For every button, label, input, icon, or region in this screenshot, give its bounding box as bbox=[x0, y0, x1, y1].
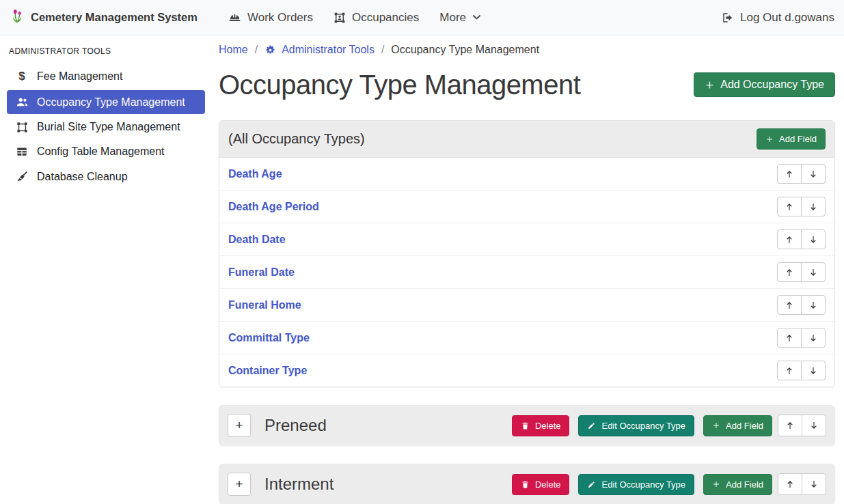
section-actions: DeleteEdit Occupancy TypeAdd Field bbox=[512, 474, 772, 495]
arrow-down-icon bbox=[808, 169, 818, 179]
breadcrumb-current: Occupancy Type Management bbox=[391, 44, 539, 56]
arrow-down-icon bbox=[808, 300, 818, 310]
logout-label: Log Out d.gowans bbox=[740, 11, 834, 25]
sidebar-item-fee-management[interactable]: $Fee Management bbox=[7, 64, 205, 89]
arrow-up-icon bbox=[785, 479, 795, 489]
nav-item-work-orders[interactable]: Work Orders bbox=[228, 11, 313, 25]
field-link-death-age[interactable]: Death Age bbox=[228, 168, 282, 180]
brand[interactable]: Cemetery Management System bbox=[10, 8, 198, 27]
reorder-button-group bbox=[777, 262, 826, 282]
arrow-up-icon bbox=[785, 333, 794, 343]
page-title: Occupancy Type Management bbox=[219, 67, 580, 102]
move-down-button[interactable] bbox=[801, 295, 826, 315]
delete-button[interactable]: Delete bbox=[512, 474, 570, 495]
panel-header: (All Occupancy Types) Add Field bbox=[219, 121, 834, 158]
arrow-up-icon bbox=[785, 300, 794, 310]
plus-icon bbox=[705, 80, 715, 90]
occupancy-type-section-preneed: +PreneedDeleteEdit Occupancy TypeAdd Fie… bbox=[219, 405, 835, 446]
breadcrumb-separator: / bbox=[255, 44, 258, 56]
breadcrumb-home-link[interactable]: Home bbox=[219, 44, 248, 56]
move-down-button[interactable] bbox=[801, 197, 826, 216]
add-occupancy-type-button[interactable]: Add Occupancy Type bbox=[694, 72, 835, 97]
edit-occupancy-type-button[interactable]: Edit Occupancy Type bbox=[578, 415, 694, 436]
add-field-button[interactable]: Add Field bbox=[703, 474, 772, 495]
sidebar-item-burial-site-type-management[interactable]: Burial Site Type Management bbox=[7, 115, 205, 139]
primary-nav: Work OrdersOccupanciesMore bbox=[218, 11, 491, 25]
add-occupancy-type-label: Add Occupancy Type bbox=[720, 79, 824, 91]
dollar-icon: $ bbox=[14, 70, 29, 83]
breadcrumb-separator: / bbox=[381, 44, 384, 56]
sidebar-item-occupancy-type-management[interactable]: Occupancy Type Management bbox=[7, 90, 205, 114]
plus-icon bbox=[712, 480, 720, 488]
reorder-button-group bbox=[777, 361, 826, 380]
add-field-label: Add Field bbox=[726, 421, 763, 431]
occupancy-type-section-interment: +IntermentDeleteEdit Occupancy TypeAdd F… bbox=[219, 464, 835, 504]
arrow-down-icon bbox=[808, 202, 818, 212]
field-row: Death Date bbox=[219, 223, 834, 255]
field-row: Funeral Date bbox=[219, 255, 834, 288]
sidebar-item-config-table-management[interactable]: Config Table Management bbox=[7, 140, 205, 163]
move-up-button[interactable] bbox=[778, 473, 802, 495]
add-field-button[interactable]: Add Field bbox=[757, 128, 826, 150]
move-down-button[interactable] bbox=[801, 361, 826, 380]
reorder-button-group bbox=[778, 473, 826, 495]
expand-button[interactable]: + bbox=[228, 414, 251, 437]
field-link-funeral-date[interactable]: Funeral Date bbox=[228, 266, 295, 279]
arrow-up-icon bbox=[785, 202, 794, 212]
section-actions: DeleteEdit Occupancy TypeAdd Field bbox=[512, 415, 772, 436]
nav-item-label: Occupancies bbox=[352, 11, 419, 25]
move-up-button[interactable] bbox=[777, 197, 802, 216]
arrow-down-icon bbox=[809, 421, 819, 430]
add-field-button[interactable]: Add Field bbox=[703, 415, 772, 436]
nav-item-more[interactable]: More bbox=[439, 11, 481, 25]
sidebar-item-label: Occupancy Type Management bbox=[37, 96, 185, 109]
move-up-button[interactable] bbox=[777, 361, 802, 380]
arrow-down-icon bbox=[808, 366, 818, 376]
trash-icon bbox=[521, 480, 530, 489]
breadcrumb-admin-tools-link[interactable]: Administrator Tools bbox=[264, 44, 375, 56]
field-row: Death Age Period bbox=[219, 190, 834, 223]
delete-button[interactable]: Delete bbox=[512, 415, 570, 436]
move-down-button[interactable] bbox=[801, 262, 826, 282]
field-link-container-type[interactable]: Container Type bbox=[228, 365, 307, 377]
chevron-down-icon bbox=[472, 13, 481, 22]
nav-item-label: Work Orders bbox=[247, 11, 313, 25]
move-down-button[interactable] bbox=[802, 415, 826, 436]
add-field-label: Add Field bbox=[726, 479, 763, 490]
move-up-button[interactable] bbox=[777, 262, 802, 282]
move-up-button[interactable] bbox=[777, 328, 802, 348]
breadcrumb: Home / Administrator Tools / Occupancy T… bbox=[219, 44, 835, 56]
sidebar-heading: ADMINISTRATOR TOOLS bbox=[0, 41, 212, 63]
move-down-button[interactable] bbox=[801, 229, 826, 249]
users-icon bbox=[14, 96, 29, 109]
plus-icon bbox=[712, 421, 720, 430]
gear-icon bbox=[264, 44, 276, 56]
field-link-committal-type[interactable]: Committal Type bbox=[228, 332, 310, 344]
move-down-button[interactable] bbox=[802, 473, 826, 495]
move-down-button[interactable] bbox=[801, 328, 826, 348]
field-link-funeral-home[interactable]: Funeral Home bbox=[228, 299, 301, 311]
sidebar-item-label: Burial Site Type Management bbox=[37, 121, 180, 133]
move-up-button[interactable] bbox=[777, 229, 802, 249]
move-up-button[interactable] bbox=[778, 415, 802, 436]
sidebar-item-database-cleanup[interactable]: Database Cleanup bbox=[7, 165, 205, 188]
arrow-down-icon bbox=[808, 333, 818, 343]
navbar: Cemetery Management System Work OrdersOc… bbox=[0, 0, 844, 36]
sign-out-icon bbox=[722, 12, 734, 24]
arrow-up-icon bbox=[785, 235, 794, 244]
move-up-button[interactable] bbox=[777, 295, 802, 315]
field-link-death-date[interactable]: Death Date bbox=[228, 234, 286, 246]
field-link-death-age-period[interactable]: Death Age Period bbox=[228, 201, 319, 213]
move-up-button[interactable] bbox=[777, 164, 802, 184]
edit-label: Edit Occupancy Type bbox=[601, 479, 685, 490]
logout-button[interactable]: Log Out d.gowans bbox=[722, 11, 834, 25]
edit-occupancy-type-button[interactable]: Edit Occupancy Type bbox=[578, 474, 694, 495]
arrow-up-icon bbox=[785, 268, 794, 277]
section-title: Preneed bbox=[264, 416, 512, 435]
arrow-up-icon bbox=[785, 169, 794, 179]
arrow-down-icon bbox=[808, 235, 818, 244]
nav-item-occupancies[interactable]: Occupancies bbox=[333, 11, 419, 25]
delete-label: Delete bbox=[535, 421, 561, 431]
expand-button[interactable]: + bbox=[228, 473, 251, 496]
move-down-button[interactable] bbox=[801, 164, 826, 184]
